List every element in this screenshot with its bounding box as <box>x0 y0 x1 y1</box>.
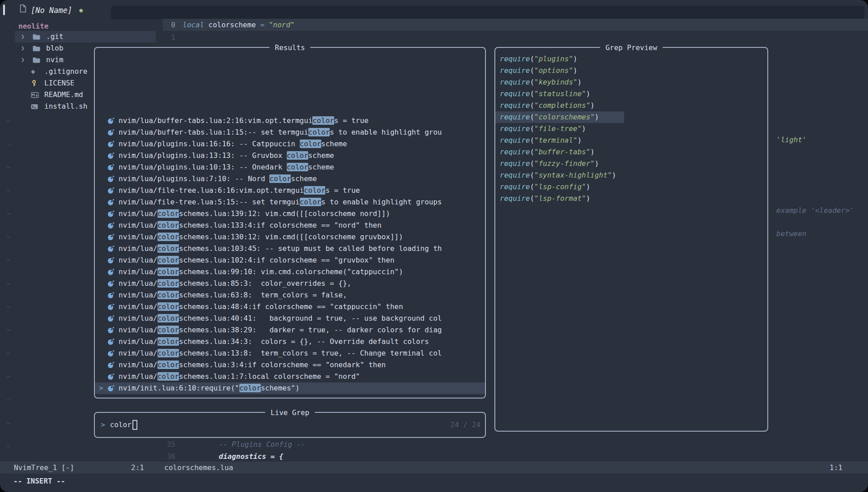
lua-icon <box>107 152 119 159</box>
result-row[interactable]: nvim/lua/colorschemes.lua:85:3: color_ov… <box>95 278 485 289</box>
result-text: nvim/lua/colorschemes.lua:102:4:if color… <box>119 254 395 266</box>
lua-icon <box>107 385 119 392</box>
lua-icon <box>107 361 119 369</box>
result-row[interactable]: nvim/lua/file-tree.lua:5:15:-- set termg… <box>95 196 485 208</box>
match-highlight: color <box>157 221 179 229</box>
prompt-prefix: > <box>101 419 105 431</box>
filetree-item-git[interactable]: ❯.git <box>15 31 156 42</box>
result-row[interactable]: nvim/lua/colorschemes.lua:3:4:if colorsc… <box>95 359 485 371</box>
results-window-title: Results <box>269 42 310 54</box>
live-grep-title: Live Grep <box>265 407 315 419</box>
filetree-item-label: .git <box>46 31 64 42</box>
preview-line-content: require("statusline") <box>495 88 590 100</box>
code-fragment-diagnostics: diagnostics = { <box>219 451 284 462</box>
empty-line-marker: ~ <box>6 301 11 324</box>
lua-icon <box>107 233 119 241</box>
chevron-right-icon: ❯ <box>21 54 33 66</box>
code-token: "options" <box>534 66 573 75</box>
result-row[interactable]: nvim/lua/plugins.lua:7:10: -- Nord color… <box>95 173 485 185</box>
search-query: color <box>110 419 132 431</box>
result-row[interactable]: nvim/lua/colorschemes.lua:48:4:if colors… <box>95 301 485 313</box>
search-input[interactable]: > color <box>101 419 137 431</box>
match-highlight: color <box>157 314 179 322</box>
match-highlight: color <box>157 267 179 276</box>
code-token: ( <box>530 66 534 75</box>
result-text: nvim/lua/plugins.lua:7:10: -- Nord color… <box>119 173 317 185</box>
preview-line: require("buffer-tabs") <box>495 146 767 158</box>
code-token: ( <box>530 101 534 110</box>
preview-line: require("options") <box>495 65 767 76</box>
result-row[interactable]: nvim/lua/colorschemes.lua:102:4:if color… <box>95 254 485 266</box>
code-token: "fuzzy-finder" <box>534 159 595 168</box>
grep-preview-title: Grep Preview <box>600 42 663 54</box>
empty-line-marker: ~ <box>6 394 11 417</box>
preview-line: require("file-tree") <box>495 123 767 135</box>
result-row[interactable]: nvim/lua/colorschemes.lua:34:3: colors =… <box>95 336 485 348</box>
result-row[interactable]: nvim/lua/colorschemes.lua:103:45: -- set… <box>95 243 485 254</box>
folder-icon <box>33 57 46 63</box>
code-token: ) <box>590 101 595 110</box>
result-row[interactable]: >nvim/init.lua:6:10:require("colorscheme… <box>95 382 485 394</box>
code-token: = <box>260 21 264 29</box>
code-token: "terminal" <box>534 136 577 144</box>
lua-icon <box>107 315 119 322</box>
result-row[interactable]: nvim/lua/plugins.lua:13:13: -- Gruvbox c… <box>95 150 485 161</box>
result-row[interactable]: nvim/lua/colorschemes.lua:99:10: vim.cmd… <box>95 266 485 278</box>
chevron-right-icon: ❯ <box>21 42 33 54</box>
lua-icon <box>107 117 119 124</box>
lua-icon <box>107 210 119 217</box>
code-token: ( <box>530 159 534 168</box>
result-row[interactable]: nvim/lua/plugins.lua:10:13: -- Onedark c… <box>95 161 485 173</box>
statusline-cursor-position: 1:1 <box>830 462 842 474</box>
preview-line: require("completions") <box>495 100 767 111</box>
result-row[interactable]: nvim/lua/plugins.lua:16:16: -- Catppucci… <box>95 138 485 150</box>
result-row[interactable]: nvim/lua/colorschemes.lua:13:8: term_col… <box>95 348 485 359</box>
filetree-item-label: .gitignore <box>44 66 87 77</box>
code-token: require <box>500 124 530 133</box>
result-row[interactable]: nvim/lua/colorschemes.lua:1:7:local colo… <box>95 371 485 382</box>
code-token: require <box>500 101 530 110</box>
result-text: nvim/lua/colorschemes.lua:139:12: vim.cm… <box>119 208 390 220</box>
result-text: nvim/lua/colorschemes.lua:63:8: term_col… <box>119 289 347 301</box>
statusline: NvimTree_1 [-] 2:1 colorschemes.lua 1:1 <box>0 462 868 474</box>
markdown-icon <box>31 92 44 98</box>
result-row[interactable]: nvim/lua/file-tree.lua:6:16:vim.opt.term… <box>95 185 485 196</box>
empty-line-marker: ~ <box>6 231 11 254</box>
code-token: require <box>500 148 530 156</box>
result-row[interactable]: nvim/lua/colorschemes.lua:40:41: backgro… <box>95 313 485 324</box>
code-token: require <box>500 78 530 86</box>
result-row[interactable]: nvim/lua/colorschemes.lua:38:29: darker … <box>95 324 485 336</box>
result-text: nvim/lua/colorschemes.lua:38:29: darker … <box>119 324 442 336</box>
match-highlight: color <box>269 174 291 183</box>
filetree-item-label: install.sh <box>44 101 87 112</box>
code-token: require <box>500 159 530 168</box>
result-row[interactable]: nvim/lua/colorschemes.lua:139:12: vim.cm… <box>95 208 485 220</box>
line-number-35: 35 <box>164 439 175 450</box>
code-token: ) <box>573 66 578 75</box>
result-counter: 24 / 24 <box>451 419 481 431</box>
code-token: ) <box>586 194 591 203</box>
result-row[interactable]: nvim/lua/colorschemes.lua:130:12: vim.cm… <box>95 231 485 243</box>
lua-icon <box>107 303 119 310</box>
result-row[interactable]: nvim/lua/colorschemes.lua:133:4:if color… <box>95 220 485 231</box>
license-icon <box>31 80 44 87</box>
result-text: nvim/lua/buffer-tabs.lua:1:15:-- set ter… <box>119 127 442 138</box>
code-token: "file-tree" <box>534 124 582 133</box>
match-highlight: color <box>157 209 179 218</box>
code-token: local <box>183 21 204 29</box>
empty-line-marker: ~ <box>6 115 11 138</box>
result-row[interactable]: nvim/lua/buffer-tabs.lua:2:16:vim.opt.te… <box>95 115 485 127</box>
result-row[interactable]: nvim/lua/colorschemes.lua:63:8: term_col… <box>95 289 485 301</box>
code-token: "buffer-tabs" <box>534 148 590 156</box>
match-highlight: color <box>287 163 308 171</box>
lua-icon <box>107 350 119 357</box>
code-token: require <box>500 55 530 63</box>
text-cursor <box>132 420 137 430</box>
buffer-tab[interactable]: [No Name] ● <box>20 4 83 17</box>
preview-line-content: require("file-tree") <box>495 123 586 135</box>
result-row[interactable]: nvim/lua/buffer-tabs.lua:1:15:-- set ter… <box>95 127 485 138</box>
empty-line-marker: ~ <box>6 184 11 208</box>
lua-icon <box>107 187 119 194</box>
preview-line-content: require("completions") <box>495 100 595 111</box>
code-token: ) <box>577 136 582 144</box>
